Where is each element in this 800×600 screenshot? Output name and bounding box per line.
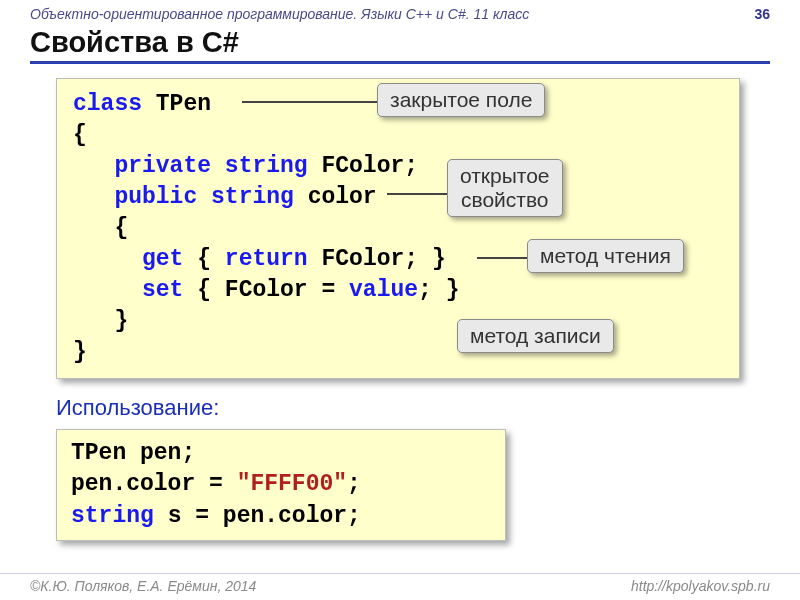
code-content: class TPen { private string FColor; publ…: [73, 89, 723, 368]
string-literal: "FFFF00": [237, 471, 347, 497]
kw-get: get: [73, 246, 183, 272]
page-number: 36: [754, 6, 770, 22]
usage-label: Использование:: [56, 395, 800, 421]
kw-class: class: [73, 91, 142, 117]
kw-public-string: public string: [73, 184, 294, 210]
kw-string: string: [71, 503, 154, 529]
kw-return: return: [225, 246, 308, 272]
code-content: TPen pen; pen.color = "FFFF00"; string s…: [71, 438, 491, 531]
callout-private-field: закрытое поле: [377, 83, 545, 117]
slide-title: Свойства в C#: [30, 26, 770, 64]
code-block-usage: TPen pen; pen.color = "FFFF00"; string s…: [56, 429, 506, 540]
kw-value: value: [349, 277, 418, 303]
footer-url: http://kpolyakov.spb.ru: [631, 578, 770, 594]
code-block-main: class TPen { private string FColor; publ…: [56, 78, 740, 379]
authors: ©К.Ю. Поляков, Е.А. Ерёмин, 2014: [30, 578, 256, 594]
kw-set: set: [73, 277, 183, 303]
callout-setter: метод записи: [457, 319, 614, 353]
callout-public-property: открытое свойство: [447, 159, 563, 217]
connector-line: [387, 193, 447, 195]
slide-footer: ©К.Ю. Поляков, Е.А. Ерёмин, 2014 http://…: [0, 573, 800, 594]
kw-private-string: private string: [73, 153, 308, 179]
connector-line: [242, 101, 377, 103]
connector-line: [477, 257, 527, 259]
course-title: Объектно-ориентированное программировани…: [30, 6, 529, 22]
slide-header: Объектно-ориентированное программировани…: [0, 0, 800, 22]
callout-getter: метод чтения: [527, 239, 684, 273]
